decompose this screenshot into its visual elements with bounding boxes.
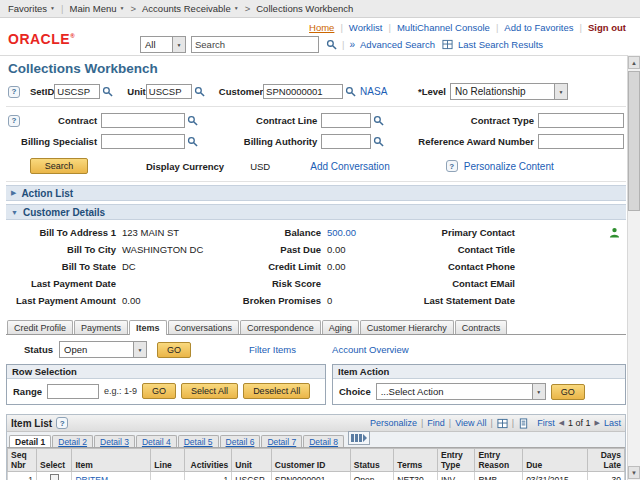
search-button[interactable]: Search bbox=[30, 158, 88, 174]
view-all-link[interactable]: View All bbox=[455, 418, 486, 428]
detail-tab-8[interactable]: Detail 8 bbox=[303, 435, 344, 447]
search-scope-select[interactable]: All ▼ bbox=[140, 36, 186, 53]
col-entry-type[interactable]: Entry Type bbox=[437, 449, 474, 472]
home-link[interactable]: Home bbox=[309, 22, 334, 33]
status-select[interactable]: Open ▼ bbox=[59, 341, 147, 358]
contract-input[interactable] bbox=[101, 113, 185, 128]
account-overview-link[interactable]: Account Overview bbox=[332, 344, 409, 355]
col-entry-reason[interactable]: Entry Reason bbox=[475, 449, 523, 472]
help-icon[interactable]: ? bbox=[8, 115, 20, 127]
balance-value-link[interactable]: 500.00 bbox=[327, 227, 356, 238]
download-icon[interactable] bbox=[518, 418, 529, 429]
personalize-content-link[interactable]: Personalize Content bbox=[464, 161, 554, 172]
worklist-link[interactable]: Worklist bbox=[349, 22, 383, 33]
advanced-search-link[interactable]: Advanced Search bbox=[360, 39, 435, 50]
vertical-scrollbar[interactable]: ▲ ▼ bbox=[627, 55, 640, 480]
customer-details-section-header[interactable]: ▼ Customer Details bbox=[6, 204, 626, 220]
collections-workbench-screen: Favorites ▼ Main Menu ▼ Accounts Receiva… bbox=[0, 0, 640, 480]
find-link[interactable]: Find bbox=[427, 418, 445, 428]
last-link[interactable]: Last bbox=[604, 418, 621, 428]
detail-tab-3[interactable]: Detail 3 bbox=[94, 435, 135, 447]
contract-line-lookup-icon[interactable] bbox=[373, 115, 384, 126]
personalize-link[interactable]: Personalize bbox=[370, 418, 417, 428]
show-all-columns-icon[interactable] bbox=[348, 431, 370, 445]
tab-aging[interactable]: Aging bbox=[322, 320, 359, 334]
first-link[interactable]: First bbox=[537, 418, 555, 428]
filter-go-button[interactable]: GO bbox=[157, 342, 191, 358]
customer-details-panel: Bill To Address 1 123 MAIN ST Balance 50… bbox=[6, 220, 626, 314]
reference-award-input[interactable] bbox=[538, 134, 624, 149]
help-icon[interactable]: ? bbox=[446, 160, 458, 172]
multichannel-console-link[interactable]: MultiChannel Console bbox=[397, 22, 490, 33]
scroll-up-icon[interactable]: ▲ bbox=[628, 56, 640, 69]
tab-correspondence[interactable]: Correspondence bbox=[240, 320, 321, 334]
breadcrumb-accounts-receivable[interactable]: Accounts Receivable ▼ bbox=[142, 3, 239, 14]
customer-input[interactable] bbox=[263, 84, 343, 99]
setid-input[interactable] bbox=[54, 84, 100, 99]
contact-person-icon[interactable] bbox=[609, 227, 620, 238]
scroll-down-icon[interactable]: ▼ bbox=[628, 466, 640, 479]
next-page-icon[interactable]: ▶ bbox=[595, 419, 600, 427]
previous-page-icon[interactable]: ◀ bbox=[559, 419, 564, 427]
billing-authority-input[interactable] bbox=[321, 134, 371, 149]
detail-tab-2[interactable]: Detail 2 bbox=[52, 435, 93, 447]
search-icon[interactable] bbox=[326, 39, 337, 50]
col-status[interactable]: Status bbox=[350, 449, 394, 472]
unit-input[interactable] bbox=[146, 84, 192, 99]
search-input[interactable] bbox=[191, 36, 319, 53]
customer-name-link[interactable]: NASA bbox=[360, 86, 387, 97]
breadcrumb-favorites[interactable]: Favorites ▼ bbox=[8, 3, 55, 14]
billing-specialist-lookup-icon[interactable] bbox=[187, 136, 198, 147]
item-link[interactable]: DRITEM bbox=[75, 475, 108, 480]
range-go-button[interactable]: GO bbox=[142, 383, 176, 399]
tab-items[interactable]: Items bbox=[129, 320, 167, 335]
setid-lookup-icon[interactable] bbox=[102, 86, 113, 97]
billing-specialist-input[interactable] bbox=[101, 134, 185, 149]
add-conversation-link[interactable]: Add Conversation bbox=[310, 161, 390, 172]
level-select[interactable]: No Relationship ▼ bbox=[450, 83, 568, 100]
filter-items-link[interactable]: Filter Items bbox=[249, 344, 296, 355]
contract-type-input[interactable] bbox=[538, 113, 624, 128]
contract-lookup-icon[interactable] bbox=[187, 115, 198, 126]
range-input[interactable] bbox=[47, 384, 99, 399]
help-icon[interactable]: ? bbox=[8, 86, 20, 98]
help-icon[interactable]: ? bbox=[56, 417, 68, 429]
col-days-late[interactable]: Days Late bbox=[587, 449, 624, 472]
row-select-checkbox[interactable] bbox=[50, 474, 59, 480]
tab-credit-profile[interactable]: Credit Profile bbox=[7, 320, 73, 334]
breadcrumb-main-menu[interactable]: Main Menu ▼ bbox=[70, 3, 125, 14]
detail-tab-4[interactable]: Detail 4 bbox=[136, 435, 177, 447]
tab-contracts[interactable]: Contracts bbox=[455, 320, 508, 334]
contract-line-input[interactable] bbox=[321, 113, 371, 128]
tab-customer-hierarchy[interactable]: Customer Hierarchy bbox=[360, 320, 454, 334]
detail-tab-1[interactable]: Detail 1 bbox=[9, 435, 51, 447]
unit-lookup-icon[interactable] bbox=[194, 86, 205, 97]
col-terms[interactable]: Terms bbox=[394, 449, 438, 472]
action-list-section-header[interactable]: ▶ Action List bbox=[6, 185, 626, 201]
detail-tab-7[interactable]: Detail 7 bbox=[261, 435, 302, 447]
detail-tab-6[interactable]: Detail 6 bbox=[220, 435, 261, 447]
col-unit[interactable]: Unit bbox=[232, 449, 271, 472]
sign-out-link[interactable]: Sign out bbox=[588, 22, 626, 33]
billing-authority-lookup-icon[interactable] bbox=[373, 136, 384, 147]
scrollbar-thumb[interactable] bbox=[628, 71, 640, 211]
last-search-results-link[interactable]: Last Search Results bbox=[458, 39, 543, 50]
tab-conversations[interactable]: Conversations bbox=[168, 320, 240, 334]
action-go-button[interactable]: GO bbox=[551, 384, 585, 400]
col-line[interactable]: Line bbox=[151, 449, 184, 472]
detail-tab-5[interactable]: Detail 5 bbox=[178, 435, 219, 447]
choice-select[interactable]: ...Select Action ▼ bbox=[376, 383, 546, 400]
zoom-grid-icon[interactable] bbox=[497, 418, 508, 429]
col-item[interactable]: Item bbox=[72, 449, 151, 472]
col-activities[interactable]: Activities bbox=[184, 449, 232, 472]
col-customer-id[interactable]: Customer ID bbox=[271, 449, 350, 472]
col-select[interactable]: Select bbox=[37, 449, 72, 472]
add-to-favorites-link[interactable]: Add to Favorites bbox=[504, 22, 573, 33]
select-all-button[interactable]: Select All bbox=[181, 383, 238, 399]
deselect-all-button[interactable]: Deselect All bbox=[243, 383, 310, 399]
oracle-logo: ORACLE® bbox=[8, 31, 75, 47]
col-due[interactable]: Due bbox=[523, 449, 587, 472]
customer-lookup-icon[interactable] bbox=[345, 86, 356, 97]
tab-payments[interactable]: Payments bbox=[74, 320, 128, 334]
col-seq-nbr[interactable]: Seq Nbr bbox=[8, 449, 37, 472]
